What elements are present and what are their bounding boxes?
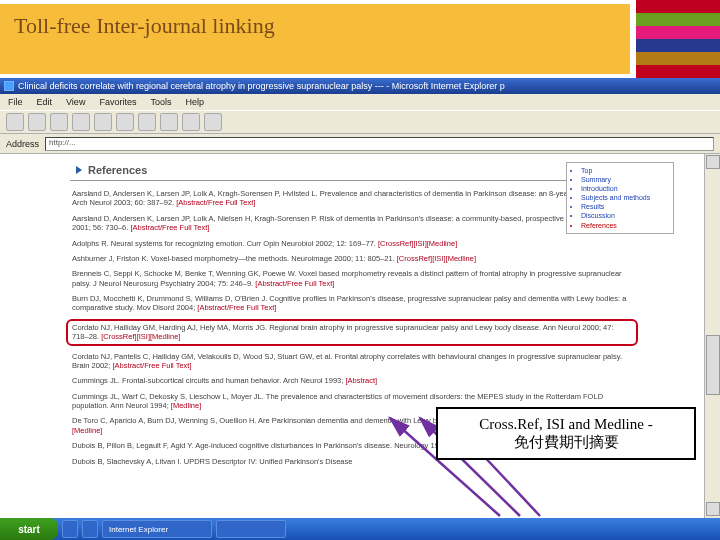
reference-item: Cordato NJ, Halliday GM, Harding AJ, Hel… <box>66 319 638 346</box>
mail-button[interactable] <box>182 113 200 131</box>
expand-icon <box>76 166 82 174</box>
reference-item: Aarsland D, Andersen K, Larsen JP, Lolk … <box>70 214 634 233</box>
reference-item: Brenneis C, Seppi K, Schocke M, Benke T,… <box>70 269 634 288</box>
slide-header: Toll-free Inter-journal linking <box>0 0 720 78</box>
decorative-stripes <box>636 0 720 78</box>
callout-line2: 免付費期刊摘要 <box>448 433 684 452</box>
favorites-button[interactable] <box>138 113 156 131</box>
nav-link[interactable]: Discussion <box>581 211 669 220</box>
reference-link[interactable]: [CrossRef] <box>101 332 136 341</box>
history-button[interactable] <box>160 113 178 131</box>
reference-link[interactable]: [ISI] <box>137 332 150 341</box>
reference-link[interactable]: [Medline] <box>72 426 102 435</box>
references-heading: References <box>70 160 634 181</box>
title-band: Toll-free Inter-journal linking <box>0 4 630 74</box>
section-nav: TopSummaryIntroductionSubjects and metho… <box>566 162 674 234</box>
reference-link[interactable]: [ISI] <box>432 254 445 263</box>
reference-link[interactable]: [CrossRef] <box>378 239 413 248</box>
vertical-scrollbar[interactable] <box>704 154 720 518</box>
reference-link[interactable]: [CrossRef] <box>397 254 432 263</box>
home-button[interactable] <box>94 113 112 131</box>
taskbar-item[interactable] <box>82 520 98 538</box>
reference-link[interactable]: [Abstract/Free Full Text] <box>130 223 209 232</box>
stop-button[interactable] <box>50 113 68 131</box>
start-button[interactable]: start <box>0 518 58 540</box>
reference-link[interactable]: [Abstract] <box>345 376 377 385</box>
reference-link[interactable]: [Abstract/Free Full Text] <box>112 361 191 370</box>
reference-item: Burn DJ, Mocchetti K, Drummond S, Willia… <box>70 294 634 313</box>
reference-link[interactable]: [Medline] <box>427 239 457 248</box>
callout-line1: Cross.Ref, ISI and Medline - <box>448 415 684 434</box>
taskbar-item[interactable] <box>62 520 78 538</box>
search-button[interactable] <box>116 113 134 131</box>
reference-link[interactable]: [ISI] <box>413 239 426 248</box>
address-label: Address <box>6 139 39 149</box>
toolbar <box>0 110 720 134</box>
menu-favorites[interactable]: Favorites <box>99 97 136 107</box>
nav-link[interactable]: Top <box>581 166 669 175</box>
print-button[interactable] <box>204 113 222 131</box>
reference-link[interactable]: [Abstract/Free Full Text] <box>255 279 334 288</box>
nav-link[interactable]: Summary <box>581 175 669 184</box>
taskbar-item[interactable] <box>216 520 286 538</box>
nav-link[interactable]: References <box>581 221 669 230</box>
scroll-down-button[interactable] <box>706 502 720 516</box>
reference-item: Cummings JL. Frontal-subcortical circuit… <box>70 376 634 385</box>
nav-link[interactable]: Subjects and methods <box>581 193 669 202</box>
reference-link[interactable]: [Medline] <box>150 332 180 341</box>
refresh-button[interactable] <box>72 113 90 131</box>
reference-item: Cordato NJ, Pantelis C, Halliday GM, Vel… <box>70 352 634 371</box>
reference-item: Ashburner J, Friston K. Voxel-based morp… <box>70 254 634 263</box>
ie-icon <box>4 81 14 91</box>
menu-tools[interactable]: Tools <box>150 97 171 107</box>
page-content: References TopSummaryIntroductionSubject… <box>0 154 704 518</box>
scroll-up-button[interactable] <box>706 155 720 169</box>
callout-box: Cross.Ref, ISI and Medline - 免付費期刊摘要 <box>436 407 696 461</box>
taskbar-item[interactable]: Internet Explorer <box>102 520 212 538</box>
back-button[interactable] <box>6 113 24 131</box>
menubar: File Edit View Favorites Tools Help <box>0 94 720 110</box>
window-titlebar: Clinical deficits correlate with regiona… <box>0 78 720 94</box>
reference-item: Aarsland D, Andersen K, Larsen JP, Lolk … <box>70 189 634 208</box>
nav-link[interactable]: Introduction <box>581 184 669 193</box>
browser-window: Clinical deficits correlate with regiona… <box>0 78 720 540</box>
reference-link[interactable]: [Abstract/Free Full Text] <box>176 198 255 207</box>
address-bar: Address http://... <box>0 134 720 154</box>
reference-link[interactable]: [Abstract/Free Full Text] <box>197 303 276 312</box>
slide-title: Toll-free Inter-journal linking <box>14 12 616 41</box>
menu-file[interactable]: File <box>8 97 23 107</box>
reference-link[interactable]: [Medline] <box>446 254 476 263</box>
nav-link[interactable]: Results <box>581 202 669 211</box>
address-input[interactable]: http://... <box>45 137 714 151</box>
menu-help[interactable]: Help <box>185 97 204 107</box>
taskbar: start Internet Explorer <box>0 518 720 540</box>
menu-edit[interactable]: Edit <box>37 97 53 107</box>
reference-item: Adolphs R. Neural systems for recognizin… <box>70 239 634 248</box>
window-title-text: Clinical deficits correlate with regiona… <box>18 78 505 94</box>
menu-view[interactable]: View <box>66 97 85 107</box>
reference-link[interactable]: [Medline] <box>171 401 201 410</box>
scroll-thumb[interactable] <box>706 335 720 395</box>
forward-button[interactable] <box>28 113 46 131</box>
